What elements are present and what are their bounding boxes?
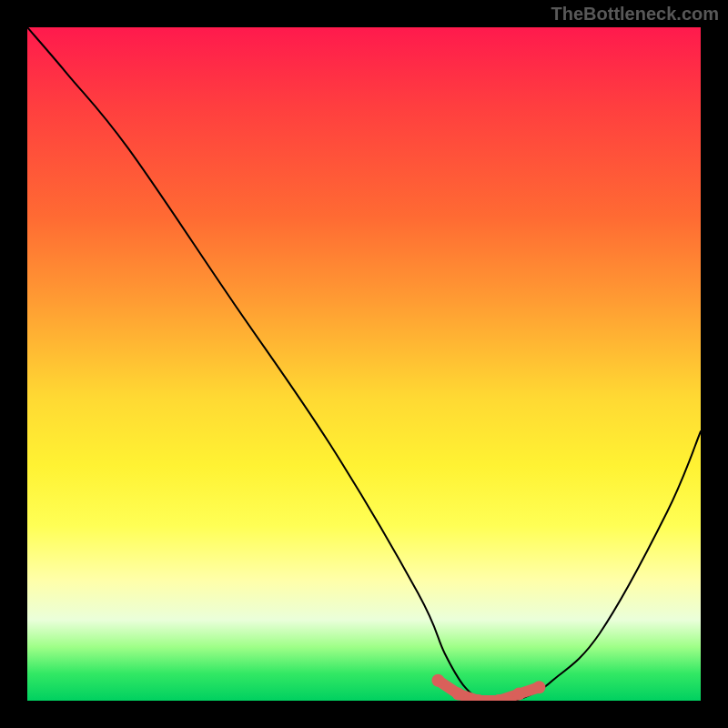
optimal-range-dot [431,674,444,687]
chart-plot-area [27,27,701,701]
bottleneck-chart [27,27,701,701]
optimal-range-dot [512,688,525,701]
optimal-range-dot [532,681,545,693]
bottleneck-curve-line [27,27,701,701]
optimal-range-dot [452,688,465,701]
watermark-text: TheBottleneck.com [551,4,719,25]
